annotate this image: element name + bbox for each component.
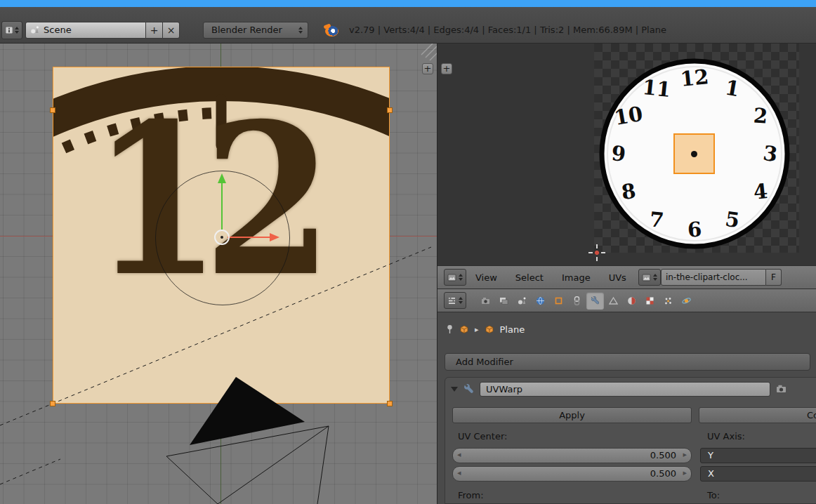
image-browse-icon — [642, 273, 651, 282]
manipulator-y-arrowhead[interactable] — [218, 173, 226, 183]
blender-logo-icon — [324, 22, 341, 39]
decrement-arrow-icon[interactable]: ◂ — [457, 450, 461, 459]
textured-plane-object[interactable]: 12 — [53, 67, 390, 404]
scene-selector[interactable]: Scene — [25, 22, 146, 39]
tab-texture[interactable] — [641, 292, 659, 310]
menu-image[interactable]: Image — [553, 272, 600, 283]
physics-icon — [682, 296, 691, 305]
scene-icon — [30, 25, 39, 34]
plane-corner-handle[interactable] — [50, 107, 55, 113]
chevron-updown-icon — [298, 27, 303, 34]
chevron-updown-icon — [653, 274, 657, 281]
tab-object-data[interactable] — [605, 292, 622, 310]
uv-center-y-slider[interactable]: ◂ 0.500 ▸ — [452, 466, 692, 482]
texture-checker-icon — [645, 296, 654, 305]
clock-pivot-dot — [691, 151, 697, 157]
camera-icon — [481, 296, 490, 305]
modifier-panel: UVWarp Apply Copy UV Center: UV Axis: ◂ … — [445, 377, 816, 504]
2d-cursor — [588, 244, 605, 261]
to-label: To: — [707, 490, 720, 500]
chevron-updown-icon — [15, 27, 19, 34]
tab-world[interactable] — [532, 292, 549, 310]
wrench-icon — [591, 296, 600, 305]
decrement-arrow-icon[interactable]: ◂ — [457, 468, 461, 477]
info-editor-type-button[interactable] — [1, 21, 22, 39]
properties-editor: ▸ Plane Add Modifier UVWarp Apply Copy U… — [437, 312, 816, 504]
uv-center-y-value: 0.500 — [650, 468, 676, 479]
increment-arrow-icon[interactable]: ▸ — [683, 468, 687, 477]
object-name: Plane — [500, 324, 525, 335]
editor-type-button[interactable] — [444, 292, 466, 309]
menu-uvs[interactable]: UVs — [600, 272, 636, 283]
object-icon[interactable] — [459, 324, 469, 334]
uv-axis-x-select[interactable]: X — [700, 466, 816, 482]
image-transparency-checker: 12 1 2 3 4 5 6 7 8 9 10 11 — [594, 44, 799, 253]
scene-delete-button[interactable]: × — [163, 22, 180, 39]
clock-number: 10 — [612, 102, 645, 130]
tab-particles[interactable] — [659, 292, 677, 310]
expand-toggle-icon[interactable] — [451, 387, 458, 392]
image-browse-button[interactable] — [638, 269, 661, 286]
tab-constraints[interactable] — [568, 292, 586, 310]
window-titlebar — [0, 0, 816, 7]
pin-icon[interactable] — [446, 324, 454, 334]
scene-selector-group: Scene + × — [25, 22, 180, 39]
selected-uv-face[interactable] — [673, 133, 715, 174]
manipulator-y-axis[interactable] — [221, 183, 223, 230]
tab-physics[interactable] — [678, 292, 695, 310]
material-sphere-icon — [627, 296, 636, 305]
region-expand-button[interactable]: + — [422, 63, 433, 74]
tab-material[interactable] — [623, 292, 640, 310]
mesh-icon[interactable] — [485, 324, 494, 334]
blender-window: Scene + × Blender Render v2.79 | Verts:4… — [0, 0, 816, 504]
info-editor-icon — [5, 26, 13, 34]
modifier-name-field[interactable]: UVWarp — [480, 382, 770, 397]
clock-number: 9 — [610, 141, 626, 166]
chevron-updown-icon — [459, 274, 463, 281]
area-resize-grip — [421, 44, 437, 60]
menu-view[interactable]: View — [466, 272, 506, 283]
clock-number: 7 — [648, 207, 665, 232]
manipulator-x-axis[interactable] — [228, 237, 270, 238]
uv-axis-label: UV Axis: — [707, 431, 745, 442]
world-icon — [536, 296, 545, 305]
tab-render-layers[interactable] — [495, 292, 513, 310]
plane-corner-handle[interactable] — [50, 401, 55, 406]
render-engine-select[interactable]: Blender Render — [203, 22, 308, 39]
clock-number: 2 — [753, 103, 769, 128]
uv-center-x-slider[interactable]: ◂ 0.500 ▸ — [452, 448, 692, 463]
breadcrumb: ▸ Plane — [446, 319, 525, 339]
info-header: Scene + × Blender Render v2.79 | Verts:4… — [0, 7, 816, 44]
breadcrumb-arrow-icon: ▸ — [475, 325, 479, 334]
uv-center-x-value: 0.500 — [650, 450, 676, 460]
3d-viewport[interactable]: 12 + — [0, 44, 437, 504]
mesh-data-icon — [609, 296, 618, 305]
chevron-updown-icon — [459, 297, 463, 304]
plane-corner-handle[interactable] — [387, 107, 393, 113]
scene-icon — [518, 296, 527, 305]
editor-type-button[interactable] — [444, 269, 466, 286]
increment-arrow-icon[interactable]: ▸ — [683, 450, 687, 459]
tab-object[interactable] — [550, 292, 567, 310]
plane-corner-handle[interactable] — [387, 401, 393, 406]
scene-add-button[interactable]: + — [146, 22, 163, 39]
right-column: 12 1 2 3 4 5 6 7 8 9 10 11 + — [437, 44, 816, 504]
manipulator-x-arrowhead[interactable] — [270, 233, 279, 241]
scene-name: Scene — [44, 25, 72, 35]
fake-user-button[interactable]: F — [766, 269, 782, 286]
tab-scene[interactable] — [513, 292, 531, 310]
menu-select[interactable]: Select — [506, 272, 553, 283]
uv-image-editor[interactable]: 12 1 2 3 4 5 6 7 8 9 10 11 + — [437, 44, 816, 265]
uv-axis-y-select[interactable]: Y — [700, 448, 816, 463]
apply-button[interactable]: Apply — [452, 407, 692, 423]
tab-render[interactable] — [477, 292, 494, 310]
layers-icon — [499, 296, 508, 305]
clock-number: 6 — [687, 217, 703, 241]
add-modifier-button[interactable]: Add Modifier — [445, 353, 810, 371]
clock-number: 4 — [752, 179, 769, 204]
image-name-field[interactable]: in-the-clipart-cloc... — [661, 269, 766, 286]
region-expand-button[interactable]: + — [441, 63, 452, 74]
tab-modifiers[interactable] — [586, 292, 604, 310]
render-visibility-icon[interactable] — [776, 384, 788, 394]
copy-button[interactable]: Copy — [699, 407, 816, 423]
